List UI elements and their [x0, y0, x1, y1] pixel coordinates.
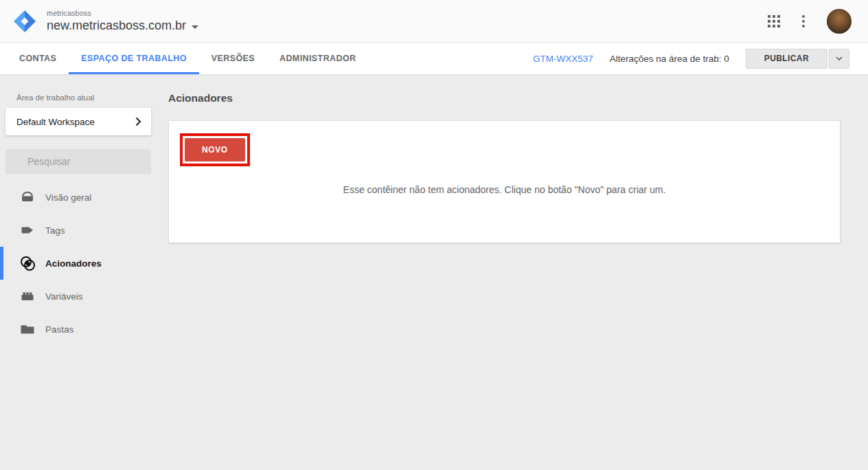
apps-grid-icon[interactable] — [768, 15, 780, 27]
publish-button[interactable]: PUBLICAR — [746, 49, 827, 69]
publish-dropdown-button[interactable] — [829, 49, 849, 69]
brand: metricasboss new.metricasboss.com.br — [12, 9, 198, 34]
search-box — [5, 149, 151, 174]
tab-versoes[interactable]: VERSÕES — [199, 43, 267, 74]
chevron-down-icon — [835, 56, 843, 61]
sidebar-item-label: Pastas — [45, 324, 73, 335]
sidebar-item-variaveis[interactable]: Variáveis — [0, 280, 157, 313]
overview-icon — [19, 189, 36, 205]
sidebar-item-acionadores[interactable]: Acionadores — [0, 247, 157, 280]
tutorial-highlight-outline: NOVO — [180, 133, 250, 166]
sidebar-item-tags[interactable]: Tags — [0, 214, 157, 247]
account-name: metricasboss — [47, 9, 198, 17]
sidebar-item-label: Acionadores — [45, 258, 102, 269]
workspace-changes-count: Alterações na área de trab: 0 — [610, 54, 729, 64]
container-name: new.metricasboss.com.br — [47, 19, 186, 33]
page-title: Acionadores — [168, 92, 841, 104]
sidebar: Área de trabalho atual Default Workspace… — [0, 74, 157, 469]
chevron-right-icon — [135, 117, 141, 126]
new-trigger-button[interactable]: NOVO — [185, 138, 245, 161]
sidebar-item-visao-geral[interactable]: Visão geral — [0, 181, 157, 214]
variables-icon — [19, 288, 36, 304]
tag-icon — [19, 222, 36, 238]
search-input[interactable] — [27, 156, 152, 167]
workspace-section-label: Área de trabalho atual — [0, 93, 157, 102]
more-menu-icon[interactable] — [798, 14, 809, 29]
tab-bar: CONTAS ESPAÇO DE TRABALHO VERSÕES ADMINI… — [0, 43, 868, 74]
workspace-selector[interactable]: Default Workspace — [5, 108, 151, 135]
sidebar-item-label: Variáveis — [45, 291, 83, 302]
container-selector[interactable]: new.metricasboss.com.br — [47, 19, 198, 33]
tab-contas[interactable]: CONTAS — [7, 43, 69, 74]
tab-espaco-de-trabalho[interactable]: ESPAÇO DE TRABALHO — [69, 43, 199, 74]
chevron-down-icon — [192, 25, 198, 29]
app-header: metricasboss new.metricasboss.com.br — [0, 0, 868, 43]
folder-icon — [19, 321, 36, 337]
gtm-logo-icon — [12, 9, 37, 34]
sidebar-item-label: Visão geral — [45, 192, 91, 203]
workspace-name: Default Workspace — [16, 117, 95, 127]
container-id-link[interactable]: GTM-WXX537 — [533, 54, 593, 64]
tab-administrador[interactable]: ADMINISTRADOR — [267, 43, 368, 74]
sidebar-nav: Visão geral Tags Acionadores — [0, 181, 157, 346]
avatar[interactable] — [827, 9, 852, 34]
sidebar-item-pastas[interactable]: Pastas — [0, 313, 157, 346]
main-content: Acionadores NOVO Esse contêiner não tem … — [157, 74, 868, 469]
sidebar-item-label: Tags — [45, 225, 65, 236]
triggers-empty-card: NOVO Esse contêiner não tem acionadores.… — [168, 120, 841, 243]
trigger-icon — [19, 255, 36, 271]
empty-state-message: Esse contêiner não tem acionadores. Cliq… — [180, 184, 829, 195]
